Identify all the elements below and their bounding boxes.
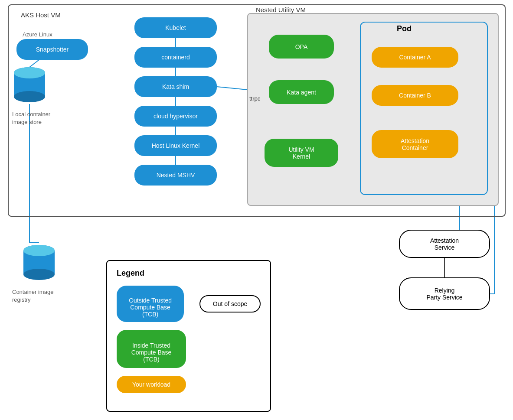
local-store-label: Local container image store xyxy=(12,111,50,126)
opa-component: OPA xyxy=(269,35,334,59)
ttrpc-label: ttrpc xyxy=(249,95,260,102)
svg-point-23 xyxy=(23,269,55,280)
relying-party-service-component: Relying Party Service xyxy=(399,277,490,310)
nested-mshv-component: Nested MSHV xyxy=(134,165,217,186)
legend-row-outside: Outside Trusted Compute Base (TCB) Out o… xyxy=(117,286,261,322)
kata-shim-component: Kata shim xyxy=(134,76,217,97)
svg-point-19 xyxy=(14,91,45,102)
snapshotter-component: Snapshotter xyxy=(16,39,88,60)
legend-box: Legend Outside Trusted Compute Base (TCB… xyxy=(106,260,271,412)
diagram-container: AKS Host VM Azure Linux Nested Utility V… xyxy=(0,0,513,420)
attestation-container-component: Attestation Container xyxy=(372,130,458,158)
cloud-hypervisor-component: cloud hypervisor xyxy=(134,106,217,127)
container-a-component: Container A xyxy=(372,47,458,68)
legend-inside-tcb: Inside Trusted Compute Base (TCB) xyxy=(117,330,186,368)
legend-your-workload: Your workload xyxy=(117,376,186,393)
local-container-store-icon xyxy=(12,65,47,104)
attestation-service-component: Attestation Service xyxy=(399,230,490,258)
legend-outside-tcb: Outside Trusted Compute Base (TCB) xyxy=(117,286,184,322)
pod-label: Pod xyxy=(397,24,412,33)
containerd-component: containerd xyxy=(134,47,217,68)
kubelet-component: Kubelet xyxy=(134,17,217,38)
azure-linux-label: Azure Linux xyxy=(23,31,52,38)
legend-title: Legend xyxy=(117,269,261,278)
utility-vm-kernel-component: Utility VM Kernel xyxy=(265,139,338,167)
svg-point-20 xyxy=(14,67,45,78)
container-b-component: Container B xyxy=(372,85,458,106)
registry-label: Container image registry xyxy=(12,288,53,304)
legend-out-of-scope: Out of scope xyxy=(199,295,261,313)
nested-vm-label: Nested Utility VM xyxy=(256,6,306,13)
host-linux-kernel-component: Host Linux Kernel xyxy=(134,135,217,156)
svg-point-24 xyxy=(23,245,55,256)
container-registry-icon xyxy=(22,243,56,282)
legend-row-inside: Inside Trusted Compute Base (TCB) xyxy=(117,330,261,368)
legend-row-workload: Your workload xyxy=(117,376,261,393)
aks-host-label: AKS Host VM xyxy=(21,11,61,19)
kata-agent-component: Kata agent xyxy=(269,80,334,104)
